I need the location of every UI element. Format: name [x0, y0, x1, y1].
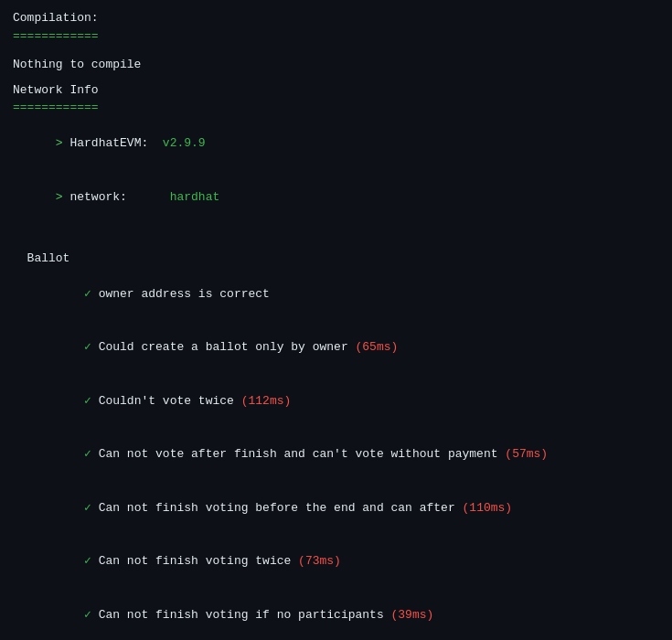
test-item-2: ✓ Couldn't vote twice (112ms)	[13, 374, 659, 428]
terminal-output: Compilation: ============ Nothing to com…	[13, 9, 659, 640]
network-separator: ============	[13, 99, 659, 117]
nothing-to-compile: Nothing to compile	[13, 56, 659, 74]
compilation-section: Compilation: ============	[13, 9, 659, 45]
contract-name: Ballot	[13, 250, 659, 268]
network-label: network:	[69, 190, 126, 204]
network-info-label: Network Info	[13, 81, 659, 100]
compilation-label: Compilation:	[13, 9, 659, 27]
hardhat-evm-value: v2.9.9	[163, 136, 206, 150]
ballot-section: Ballot ✓ owner address is correct ✓ Coul…	[13, 250, 659, 641]
network-info-section: Network Info ============ > HardhatEVM: …	[13, 81, 659, 224]
test-item-6: ✓ Can not finish voting if no participan…	[13, 588, 659, 640]
test-item-5: ✓ Can not finish voting twice (73ms)	[13, 535, 659, 589]
hardhat-evm-spacer	[148, 136, 163, 150]
test-item-1: ✓ Could create a ballot only by owner (6…	[13, 321, 659, 375]
network-value: hardhat	[170, 190, 220, 204]
test-item-4: ✓ Can not finish voting before the end a…	[13, 481, 659, 535]
network-spacer	[127, 190, 170, 204]
prompt-arrow-1: >	[56, 136, 70, 150]
test-item-0: ✓ owner address is correct	[13, 267, 659, 321]
hardhat-evm-label: HardhatEVM:	[69, 136, 148, 150]
compilation-separator: ============	[13, 27, 659, 46]
network-line: > network: hardhat	[13, 170, 659, 224]
test-item-3: ✓ Can not vote after finish and can't vo…	[13, 428, 659, 482]
hardhat-evm-line: > HardhatEVM: v2.9.9	[13, 117, 659, 171]
prompt-arrow-2: >	[56, 190, 70, 204]
